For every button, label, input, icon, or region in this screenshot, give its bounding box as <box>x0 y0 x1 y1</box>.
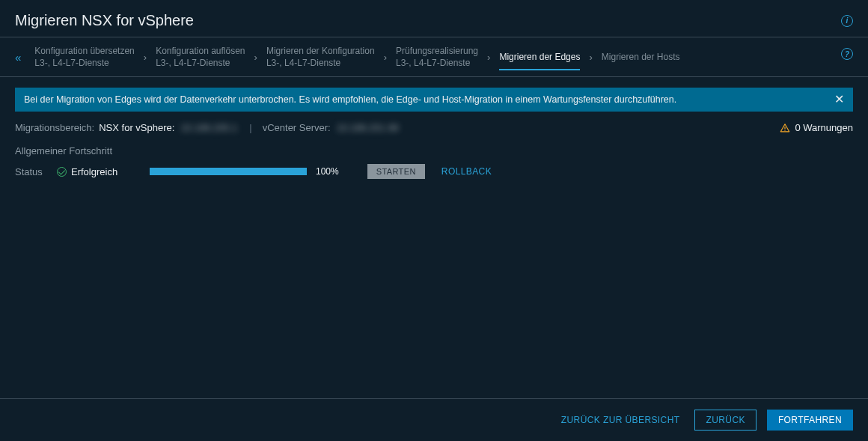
vcenter-value: 10.186.201.98 <box>335 122 400 133</box>
progress-percent: 100% <box>316 166 339 177</box>
breadcrumb-step-sublabel: L3-, L4-L7-Dienste <box>266 57 375 69</box>
rollback-link[interactable]: ROLLBACK <box>441 166 492 177</box>
status-text: Erfolgreich <box>71 166 117 177</box>
info-icon[interactable]: i <box>841 15 853 27</box>
nsx-label: NSX for vSphere: <box>99 122 174 133</box>
svg-point-1 <box>785 130 786 131</box>
separator: | <box>249 122 251 133</box>
chevron-right-icon: › <box>384 52 387 70</box>
alert-text: Bei der Migration von Edges wird der Dat… <box>24 94 676 105</box>
breadcrumb-step-label: Migrieren der Hosts <box>602 51 680 63</box>
continue-button[interactable]: FORTFAHREN <box>767 410 853 431</box>
chevron-right-icon: › <box>487 52 490 70</box>
info-alert: Bei der Migration von Edges wird der Dat… <box>15 88 853 112</box>
breadcrumb: « Konfiguration übersetzen L3-, L4-L7-Di… <box>0 37 868 77</box>
close-icon[interactable]: ✕ <box>834 94 844 106</box>
warnings-badge[interactable]: 0 Warnungen <box>780 122 853 133</box>
breadcrumb-step-translate-config[interactable]: Konfiguration übersetzen L3-, L4-L7-Dien… <box>34 45 134 76</box>
breadcrumb-step-label: Migrieren der Konfiguration <box>266 45 375 57</box>
page-title: Migrieren NSX for vSphere <box>15 12 194 29</box>
breadcrumb-step-migrate-hosts[interactable]: Migrieren der Hosts <box>602 51 680 70</box>
help-icon[interactable]: ? <box>841 48 853 60</box>
breadcrumb-step-label: Konfiguration auflösen <box>156 45 245 57</box>
breadcrumb-step-sublabel: L3-, L4-L7-Dienste <box>396 57 478 69</box>
warnings-text: 0 Warnungen <box>795 122 853 133</box>
chevron-back-icon[interactable]: « <box>15 51 21 71</box>
chevron-right-icon: › <box>144 52 147 70</box>
progress-bar <box>150 168 307 175</box>
chevron-right-icon: › <box>254 52 257 70</box>
breadcrumb-step-migrate-edges[interactable]: Migrieren der Edges <box>499 51 580 70</box>
breadcrumb-step-label: Prüfungsrealisierung <box>396 45 478 57</box>
breadcrumb-step-resolve-config[interactable]: Konfiguration auflösen L3-, L4-L7-Dienst… <box>156 45 245 76</box>
status-row: Status Erfolgreich 100% STARTEN ROLLBACK <box>15 164 853 179</box>
breadcrumb-step-migrate-config[interactable]: Migrieren der Konfiguration L3-, L4-L7-D… <box>266 45 375 76</box>
breadcrumb-step-check-realization[interactable]: Prüfungsrealisierung L3-, L4-L7-Dienste <box>396 45 478 76</box>
scope-label: Migrationsbereich: <box>15 122 94 133</box>
warning-icon <box>780 123 790 133</box>
back-to-overview-link[interactable]: ZURÜCK ZUR ÜBERSICHT <box>561 415 680 425</box>
breadcrumb-step-sublabel: L3-, L4-L7-Dienste <box>34 57 134 69</box>
start-button[interactable]: STARTEN <box>367 164 425 179</box>
nsx-value: 10.186.205.1 <box>179 122 239 133</box>
breadcrumb-step-label: Migrieren der Edges <box>499 51 580 63</box>
success-icon <box>57 167 67 177</box>
progress-section-title: Allgemeiner Fortschritt <box>15 145 853 156</box>
breadcrumb-step-sublabel: L3-, L4-L7-Dienste <box>156 57 245 69</box>
breadcrumb-step-label: Konfiguration übersetzen <box>34 45 134 57</box>
status-label: Status <box>15 166 46 177</box>
footer: ZURÜCK ZUR ÜBERSICHT ZURÜCK FORTFAHREN <box>0 398 868 441</box>
vcenter-label: vCenter Server: <box>263 122 331 133</box>
chevron-right-icon: › <box>589 52 592 70</box>
back-button[interactable]: ZURÜCK <box>694 410 756 431</box>
meta-row: Migrationsbereich: NSX for vSphere: 10.1… <box>15 122 853 133</box>
